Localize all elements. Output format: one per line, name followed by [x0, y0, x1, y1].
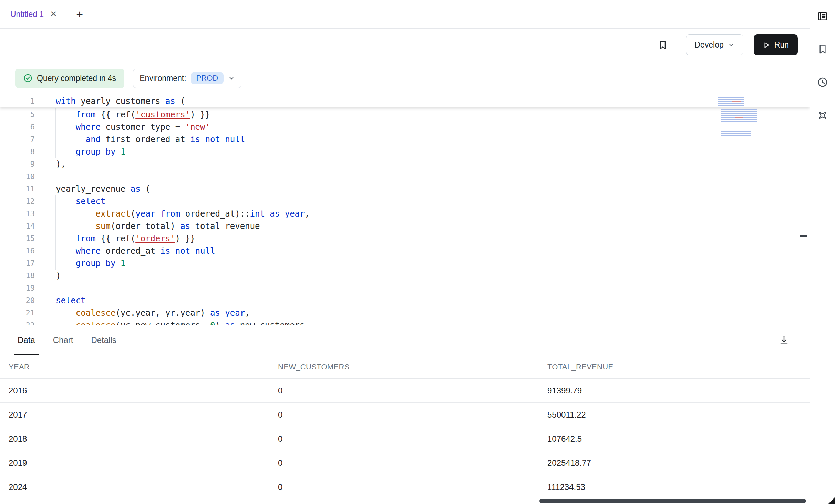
tab-bar: Untitled 1 ✕ +: [0, 0, 810, 29]
history-icon[interactable]: [816, 76, 829, 89]
bookmark-icon[interactable]: [658, 40, 668, 50]
line-number: 1: [0, 95, 35, 107]
environment-label: Environment:: [140, 74, 186, 83]
sql-editor[interactable]: 1with yearly_customers as ( 5 from {{ re…: [0, 95, 810, 325]
line-number: 11: [0, 183, 35, 195]
play-icon: [763, 41, 770, 49]
run-button[interactable]: Run: [754, 34, 798, 55]
develop-button[interactable]: Develop: [686, 34, 743, 55]
line-number: 17: [0, 257, 35, 270]
line-number: 6: [0, 121, 35, 133]
document-outline-icon[interactable]: [816, 10, 829, 23]
column-header[interactable]: NEW_CUSTOMERS: [278, 363, 547, 371]
line-number: 10: [0, 170, 35, 183]
code-line[interactable]: 20select: [0, 294, 810, 307]
minimap-block: [721, 125, 751, 136]
table-cell: 2016: [9, 386, 278, 396]
code-line[interactable]: 22 coalesce(yc.new_customers, 0) as new_…: [0, 319, 810, 325]
close-tab-icon[interactable]: ✕: [50, 10, 57, 18]
table-cell: 0: [278, 386, 547, 396]
code-lines: 5 from {{ ref('customers') }}6 where cus…: [0, 108, 810, 325]
table-cell: 2017: [9, 410, 278, 420]
environment-badge: PROD: [191, 72, 224, 84]
code-line[interactable]: 5 from {{ ref('customers') }}: [0, 108, 810, 121]
line-number: 18: [0, 270, 35, 282]
table-body: 2016091399.7920170550011.2220180107642.5…: [0, 379, 810, 499]
code-line[interactable]: 13 extract(year from ordered_at)::int as…: [0, 208, 810, 220]
line-number: 22: [0, 319, 35, 325]
table-row[interactable]: 2016091399.79: [0, 379, 810, 403]
app: Untitled 1 ✕ + Develop Run: [0, 0, 835, 504]
results-tab-data[interactable]: Data: [18, 325, 35, 355]
code-line[interactable]: 17 group by 1: [0, 257, 810, 270]
table-cell: 2019: [9, 458, 278, 468]
column-header[interactable]: YEAR: [9, 363, 278, 371]
line-number: 20: [0, 294, 35, 307]
column-header[interactable]: TOTAL_REVENUE: [547, 363, 810, 371]
table-cell: 0: [278, 482, 547, 492]
environment-selector[interactable]: Environment: PROD: [133, 69, 241, 88]
run-label: Run: [774, 40, 789, 50]
tab-label: Untitled 1: [10, 10, 44, 19]
code-line[interactable]: 7 and first_ordered_at is not null: [0, 133, 810, 146]
results-panel: DataChartDetails YEARNEW_CUSTOMERSTOTAL_…: [0, 325, 810, 504]
code-line[interactable]: 1with yearly_customers as (: [0, 95, 810, 107]
table-row[interactable]: 20240111234.53: [0, 475, 810, 499]
line-number: 13: [0, 208, 35, 220]
code-line[interactable]: 16 where ordered_at is not null: [0, 245, 810, 257]
bookmark-icon[interactable]: [816, 43, 829, 56]
results-tabs: DataChartDetails: [18, 325, 116, 355]
new-tab-button[interactable]: +: [76, 8, 83, 21]
minimap[interactable]: [718, 97, 760, 136]
chevron-down-icon: [728, 42, 735, 49]
toolbar: Develop Run: [0, 29, 810, 61]
table-cell: 0: [278, 434, 547, 444]
sticky-line-slot: 1with yearly_customers as (: [0, 95, 810, 107]
chevron-down-icon: [228, 75, 235, 82]
code-line[interactable]: 12 select: [0, 195, 810, 208]
table-row[interactable]: 201902025418.77: [0, 451, 810, 475]
code-line[interactable]: 8 group by 1: [0, 146, 810, 158]
table-row[interactable]: 20180107642.5: [0, 427, 810, 451]
table-row[interactable]: 20170550011.22: [0, 403, 810, 427]
table-cell: 2018: [9, 434, 278, 444]
table-cell: 107642.5: [547, 434, 810, 444]
right-sidebar: [810, 0, 835, 504]
results-tab-chart[interactable]: Chart: [53, 325, 73, 355]
query-status-text: Query completed in 4s: [37, 74, 116, 83]
table-cell: 550011.22: [547, 410, 810, 420]
tab-untitled-1[interactable]: Untitled 1 ✕: [0, 0, 67, 28]
main-area: Untitled 1 ✕ + Develop Run: [0, 0, 810, 504]
scrollbar-cursor-marker[interactable]: [800, 235, 807, 237]
download-icon[interactable]: [779, 335, 790, 346]
horizontal-scrollbar[interactable]: [539, 499, 806, 503]
resize-corner[interactable]: [828, 497, 835, 504]
code-line[interactable]: 18): [0, 270, 810, 282]
line-number: 8: [0, 146, 35, 158]
code-line[interactable]: 14 sum(order_total) as total_revenue: [0, 220, 810, 232]
code-line[interactable]: 19: [0, 282, 810, 294]
table-cell: 0: [278, 410, 547, 420]
minimap-block: [721, 109, 757, 123]
minimap-block: [718, 97, 744, 107]
code-line[interactable]: 9),: [0, 158, 810, 170]
code-line[interactable]: 21 coalesce(yc.year, yr.year) as year,: [0, 307, 810, 319]
minimap-highlight: [735, 117, 743, 118]
line-number: 15: [0, 232, 35, 245]
code-line[interactable]: 15 from {{ ref('orders') }}: [0, 232, 810, 245]
table-cell: 2025418.77: [547, 458, 810, 468]
code-line[interactable]: 10: [0, 170, 810, 183]
line-number: 5: [0, 108, 35, 121]
line-number: 16: [0, 245, 35, 257]
results-tab-details[interactable]: Details: [91, 325, 116, 355]
lineage-icon[interactable]: [816, 109, 829, 122]
code-line[interactable]: 11yearly_revenue as (: [0, 183, 810, 195]
query-status-pill: Query completed in 4s: [15, 69, 124, 88]
table-header: YEARNEW_CUSTOMERSTOTAL_REVENUE: [0, 355, 810, 379]
code-line[interactable]: 6 where customer_type = 'new': [0, 121, 810, 133]
table-cell: 91399.79: [547, 386, 810, 396]
table-cell: 111234.53: [547, 482, 810, 492]
line-number: 21: [0, 307, 35, 319]
status-bar: Query completed in 4s Environment: PROD: [0, 61, 810, 95]
minimap-highlight: [732, 101, 741, 102]
